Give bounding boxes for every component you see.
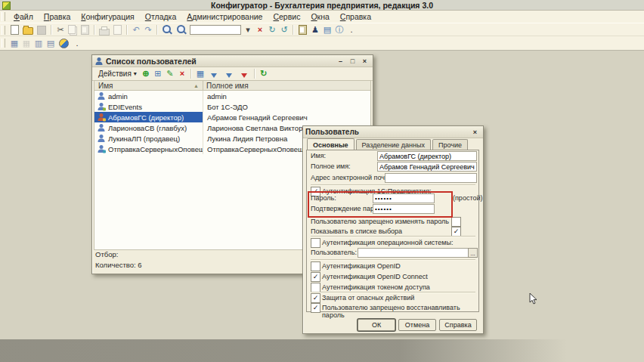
menu-item[interactable]: Сервис xyxy=(268,11,305,22)
user-icon xyxy=(97,134,106,143)
save-icon xyxy=(37,26,46,35)
tab-active[interactable]: Основные xyxy=(307,138,355,150)
toolbar-grip[interactable] xyxy=(2,26,5,35)
email-row: Адрес электронной почты: xyxy=(303,173,483,183)
find-next-icon[interactable]: ↻ xyxy=(266,24,278,36)
clear-filter-icon[interactable] xyxy=(241,73,247,78)
toolbar-separator xyxy=(254,69,255,79)
minimize-button[interactable]: – xyxy=(335,56,346,66)
full-name-field[interactable] xyxy=(377,162,477,172)
separator xyxy=(311,184,475,185)
tab-inactive[interactable]: Прочие xyxy=(432,139,468,150)
syntax-check-icon[interactable]: ♟ xyxy=(309,24,321,36)
global-search-icon[interactable] xyxy=(177,25,185,33)
set-filter-sort-icon[interactable] xyxy=(211,73,217,78)
redo-icon[interactable]: ↷ xyxy=(142,24,154,36)
tab-inactive[interactable]: Разделение данных xyxy=(356,139,431,150)
syntax-help-icon[interactable]: ▤ xyxy=(321,24,333,36)
toolbar-overflow-dot[interactable]: . xyxy=(345,24,358,36)
new-document-icon[interactable] xyxy=(11,25,19,35)
configuration-window-icon: ▦ xyxy=(20,38,33,49)
database-configuration-icon[interactable]: ▥ xyxy=(33,38,45,49)
cut-icon[interactable]: ✂ xyxy=(54,24,67,36)
password-confirm-field[interactable] xyxy=(373,204,435,214)
edit-user-icon[interactable]: ✎ xyxy=(164,68,176,79)
search-box xyxy=(190,25,241,35)
menu-item[interactable]: Файл xyxy=(8,11,39,22)
forbid-change-password-checkbox[interactable] xyxy=(451,217,461,227)
table-row[interactable]: АбрамовГС (директор) Абрамов Геннадий Се… xyxy=(94,112,370,122)
copy-user-icon[interactable]: ⊞ xyxy=(152,68,164,79)
user-list-titlebar[interactable]: Список пользователей – □ × xyxy=(92,55,373,67)
openid-connect-row: ✓ Аутентификация OpenID Connect xyxy=(303,272,483,282)
menu-item[interactable]: Отладка xyxy=(140,11,182,22)
close-icon[interactable]: × xyxy=(469,127,481,137)
help-button[interactable]: Справка xyxy=(439,319,477,331)
user-service-icon xyxy=(97,144,106,153)
open-configuration-icon[interactable]: ▦ xyxy=(8,38,20,49)
toolbar-grip[interactable] xyxy=(2,12,5,21)
column-header-full-name[interactable]: Полное имя xyxy=(203,81,370,90)
open-file-icon[interactable] xyxy=(23,27,33,35)
mouse-cursor xyxy=(529,293,538,305)
password-confirm-row: Подтверждение пароля: xyxy=(303,204,483,214)
undo-icon[interactable]: ↶ xyxy=(130,24,142,36)
user-bot-icon xyxy=(97,102,106,111)
refresh-icon[interactable]: ↻ xyxy=(258,68,270,79)
menu-item[interactable]: Конфигурация xyxy=(76,11,139,22)
actions-menu-button[interactable]: Действия ▾ xyxy=(95,69,140,79)
list-settings-icon[interactable]: ▦ xyxy=(194,68,206,79)
search-input[interactable] xyxy=(190,25,241,35)
os-user-field[interactable] xyxy=(358,248,469,258)
add-user-icon[interactable]: ⊕ xyxy=(140,68,152,79)
os-auth-checkbox[interactable] xyxy=(311,238,320,248)
user-dialog-titlebar[interactable]: Пользователь × xyxy=(303,126,483,138)
sort-ascending-icon: ▲ xyxy=(194,83,199,88)
menu-item[interactable]: Администрирование xyxy=(181,11,268,22)
table-row[interactable]: admin admin xyxy=(94,91,370,101)
about-icon[interactable]: ⓘ xyxy=(333,24,345,36)
forbid-change-password-row: Пользователю запрещено изменять пароль xyxy=(303,217,483,227)
main-toolbar: ✂↶↷ ▾×↻↺♟▤ⓘ. xyxy=(0,23,644,36)
toolbar-grip[interactable] xyxy=(2,39,5,48)
close-button[interactable]: × xyxy=(359,56,370,66)
name-field[interactable] xyxy=(377,151,477,161)
separator xyxy=(311,259,475,260)
users-window-icon xyxy=(94,57,104,66)
menu-item[interactable]: Правка xyxy=(39,11,76,22)
find-previous-icon[interactable]: ↺ xyxy=(278,24,290,36)
toolbar-left-icons: ✂↶↷ xyxy=(8,24,189,36)
menu-item[interactable]: Справка xyxy=(335,11,376,22)
find-icon[interactable] xyxy=(163,25,171,33)
start-enterprise-icon[interactable] xyxy=(59,39,69,48)
openid-checkbox[interactable] xyxy=(311,261,320,271)
danger-actions-checkbox[interactable]: ✓ xyxy=(311,293,320,303)
delete-user-icon[interactable]: × xyxy=(176,68,188,79)
app-titlebar: Конфигуратор - Бухгалтерия предприятия, … xyxy=(0,0,644,11)
email-field[interactable] xyxy=(385,173,477,183)
ok-button[interactable]: ОК xyxy=(358,319,395,331)
bottom-shade xyxy=(0,339,644,362)
menu-item[interactable]: Окна xyxy=(305,11,334,22)
print-preview-icon xyxy=(113,25,122,35)
cancel-button[interactable]: Отмена xyxy=(398,319,436,331)
filter-by-value-icon[interactable] xyxy=(226,73,232,78)
search-dropdown-icon[interactable]: ▾ xyxy=(242,24,254,36)
user-dialog-title: Пользователь xyxy=(305,128,359,136)
forbid-recover-password-checkbox[interactable]: ✓ xyxy=(311,303,320,313)
browse-button[interactable]: ... xyxy=(468,248,478,258)
toolbar-separator xyxy=(190,69,192,79)
dialog-tabs: ОсновныеРазделение данныхПрочие xyxy=(307,139,468,150)
clear-search-icon[interactable]: × xyxy=(254,24,266,36)
format-check-icon[interactable] xyxy=(299,25,307,35)
print-icon xyxy=(99,29,110,36)
openid-connect-checkbox[interactable]: ✓ xyxy=(311,272,320,282)
toolbar-overflow-dot[interactable]: . xyxy=(71,38,83,49)
compare-configuration-icon[interactable]: ▤ xyxy=(45,38,57,49)
password-field[interactable] xyxy=(373,193,435,203)
user-list-toolbar: Действия ▾ ⊕⊞✎×▦↻ xyxy=(92,67,373,81)
column-header-name[interactable]: Имя ▲ xyxy=(94,81,203,90)
paste-icon xyxy=(81,25,89,35)
maximize-button[interactable]: □ xyxy=(347,56,358,66)
table-row[interactable]: EDIEvents Бот 1С-ЭДО xyxy=(94,101,370,112)
